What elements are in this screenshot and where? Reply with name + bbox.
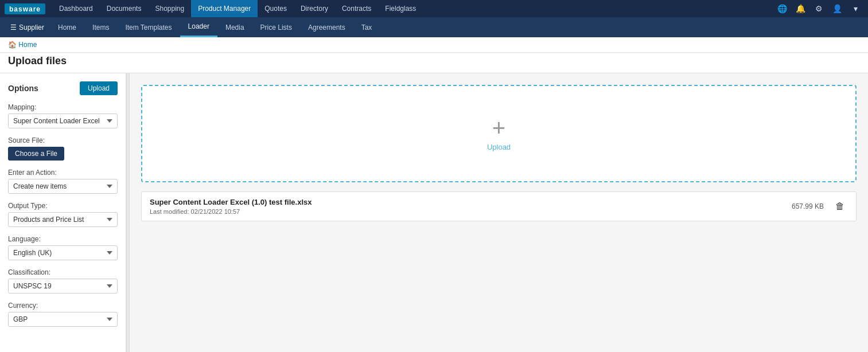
nav-item-media[interactable]: Media	[217, 17, 252, 37]
file-last-modified: Last modified: 02/21/2022 10:57	[150, 208, 312, 215]
mapping-group: Mapping: Super Content Loader Excel	[8, 103, 118, 128]
nav-item-quotes[interactable]: Quotes	[258, 0, 294, 17]
breadcrumb: 🏠 Home	[0, 37, 868, 53]
mapping-select[interactable]: Super Content Loader Excel	[8, 114, 118, 128]
nav-item-directory[interactable]: Directory	[294, 0, 335, 17]
breadcrumb-home-link[interactable]: Home	[18, 41, 37, 49]
content-area: + Upload Super Content Loader Excel (1.0…	[130, 73, 868, 352]
bell-icon[interactable]: 🔔	[792, 1, 808, 17]
output-type-label: Output Type:	[8, 202, 118, 210]
options-title: Options	[8, 84, 38, 93]
nav-item-price-lists[interactable]: Price Lists	[252, 17, 300, 37]
top-nav-items: Dashboard Documents Shopping Product Man…	[52, 0, 774, 17]
file-name: Super Content Loader Excel (1.0) test fi…	[150, 198, 312, 206]
main-layout: Options Upload Mapping: Super Content Lo…	[0, 73, 868, 352]
file-item: Super Content Loader Excel (1.0) test fi…	[141, 191, 857, 221]
nav-item-home[interactable]: Home	[50, 17, 84, 37]
page-title: Upload files	[8, 55, 860, 67]
currency-label: Currency:	[8, 302, 118, 310]
gear-icon[interactable]: ⚙	[811, 1, 827, 17]
language-label: Language:	[8, 235, 118, 243]
language-group: Language: English (UK)	[8, 235, 118, 260]
file-right: 657.99 KB 🗑	[792, 200, 848, 213]
action-select[interactable]: Create new items	[8, 179, 118, 194]
logo-text: basware	[9, 5, 41, 13]
supplier-label: Supplier	[19, 24, 44, 32]
nav-item-agreements[interactable]: Agreements	[300, 17, 353, 37]
action-group: Enter an Action: Create new items	[8, 169, 118, 194]
top-nav-icons: 🌐 🔔 ⚙ 👤 ▾	[774, 1, 863, 17]
nav-item-contracts[interactable]: Contracts	[335, 0, 378, 17]
home-icon: 🏠	[8, 41, 17, 49]
nav-item-dashboard[interactable]: Dashboard	[52, 0, 100, 17]
nav-item-product-manager[interactable]: Product Manager	[191, 0, 258, 17]
chevron-down-icon[interactable]: ▾	[847, 1, 863, 17]
classification-label: Classification:	[8, 268, 118, 276]
classification-select[interactable]: UNSPSC 19	[8, 279, 118, 294]
delete-file-button[interactable]: 🗑	[832, 200, 848, 213]
nav-item-tax[interactable]: Tax	[353, 17, 380, 37]
nav-item-loader[interactable]: Loader	[180, 17, 217, 37]
user-icon[interactable]: 👤	[829, 1, 845, 17]
action-label: Enter an Action:	[8, 169, 118, 177]
currency-group: Currency: GBP	[8, 302, 118, 327]
currency-select[interactable]: GBP	[8, 312, 118, 327]
drop-zone[interactable]: + Upload	[141, 85, 857, 182]
second-navigation: ☰ Supplier Home Items Item Templates Loa…	[0, 17, 868, 37]
nav-item-item-templates[interactable]: Item Templates	[117, 17, 180, 37]
output-type-group: Output Type: Products and Price List	[8, 202, 118, 227]
drop-zone-upload-label: Upload	[487, 143, 511, 151]
page-title-bar: Upload files	[0, 53, 868, 73]
drop-zone-plus-icon: +	[492, 116, 505, 139]
source-file-group: Source File: Choose a File	[8, 136, 118, 161]
logo[interactable]: basware	[5, 3, 45, 14]
choose-file-button[interactable]: Choose a File	[8, 147, 64, 161]
supplier-menu-button[interactable]: ☰ Supplier	[5, 17, 50, 37]
source-file-label: Source File:	[8, 136, 118, 144]
language-select[interactable]: English (UK)	[8, 245, 118, 260]
globe-icon[interactable]: 🌐	[774, 1, 790, 17]
mapping-label: Mapping:	[8, 103, 118, 111]
nav-item-shopping[interactable]: Shopping	[148, 0, 191, 17]
nav-item-fieldglass[interactable]: Fieldglass	[378, 0, 423, 17]
upload-button[interactable]: Upload	[80, 81, 118, 95]
hamburger-icon: ☰	[10, 24, 17, 32]
classification-group: Classification: UNSPSC 19	[8, 268, 118, 294]
output-type-select[interactable]: Products and Price List	[8, 212, 118, 227]
sidebar: Options Upload Mapping: Super Content Lo…	[0, 73, 126, 352]
top-navigation: basware Dashboard Documents Shopping Pro…	[0, 0, 868, 17]
file-size: 657.99 KB	[792, 202, 824, 210]
nav-item-items[interactable]: Items	[84, 17, 117, 37]
nav-item-documents[interactable]: Documents	[100, 0, 149, 17]
file-info: Super Content Loader Excel (1.0) test fi…	[150, 198, 312, 215]
sidebar-header: Options Upload	[8, 81, 118, 95]
